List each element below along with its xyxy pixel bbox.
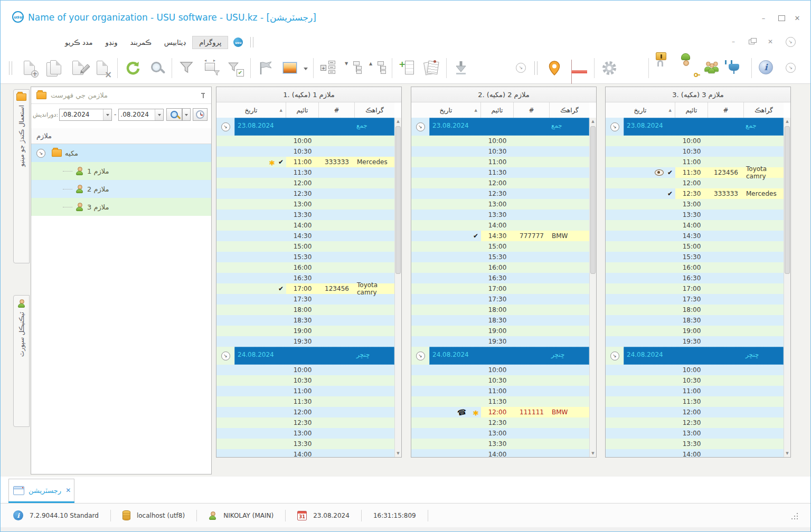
time-slot-row[interactable]: 12:30 [216,417,394,428]
time-slot-row[interactable]: 19:30 [216,336,394,347]
time-slot-row[interactable]: 10:30 [606,375,784,386]
time-slot-row[interactable]: 12:30 [606,417,784,428]
appointment-row[interactable]: ☎*12:00111111BMW [411,407,589,417]
time-slot-row[interactable]: 10:00 [606,365,784,375]
menu-item-window[interactable]: ونڊو [99,36,124,49]
date-band[interactable]: ↘23.08.2024جمع [216,118,394,136]
date-band[interactable]: ↘24.08.2024ڇنڇر [606,347,784,365]
appointment-row[interactable]: ✔11:30123456Toyota camry [606,167,784,178]
time-slot-row[interactable]: 17:30 [606,294,784,305]
window-close-button[interactable]: ✕ [791,13,803,23]
column-header-client[interactable]: گراهڪ [744,102,784,118]
panel-scrollbar[interactable]: ▲▼ [784,118,790,457]
time-slot-row[interactable]: 13:00 [216,199,394,210]
colors-button[interactable] [621,55,646,81]
time-slot-row[interactable]: 18:00 [216,305,394,315]
collapse-arrow-icon[interactable]: ↘ [416,122,425,131]
menu-item-help[interactable]: مدد ڪريو [59,36,99,49]
time-slot-row[interactable]: 13:30 [411,210,589,220]
time-slot-row[interactable]: 11:30 [411,396,589,407]
time-slot-row[interactable]: 11:30 [606,396,784,407]
time-slot-row[interactable]: 19:00 [606,326,784,336]
column-header-date[interactable]: تاریخ▲ [216,102,286,118]
time-slot-row[interactable]: 11:00 [411,157,589,167]
calendar-button[interactable] [567,55,591,81]
column-header-client[interactable]: گراهڪ [355,102,394,118]
time-slot-row[interactable]: 14:00 [411,449,589,457]
time-slot-row[interactable]: 11:30 [216,167,394,178]
column-header-number[interactable]: # [708,102,744,118]
menu-grip[interactable] [250,37,253,48]
time-slot-row[interactable]: 13:00 [411,199,589,210]
refresh-button[interactable] [120,55,145,81]
flag-button[interactable] [253,55,278,81]
time-slot-row[interactable]: 14:30 [216,231,394,241]
time-slot-row[interactable]: 13:00 [411,428,589,439]
menu-item-database[interactable]: ڊيٽابيس [158,36,192,49]
chevron-button[interactable]: ↘ [509,55,533,81]
side-tab-user-menu[interactable]: استعمال ڪندڙ جو مينيو [13,89,30,263]
collapse-arrow-icon[interactable]: ↘ [36,149,45,158]
toolbar-grip[interactable] [534,61,537,75]
time-slot-row[interactable]: 13:30 [606,210,784,220]
tab-registration[interactable]: رجسٽريشن ✕ [8,479,74,501]
time-slot-row[interactable]: 11:00 [216,386,394,396]
panel-scrollbar[interactable]: ▲▼ [394,118,401,457]
chevron-down-icon[interactable] [155,109,163,120]
time-slot-row[interactable]: 11:00 [606,386,784,396]
time-slot-row[interactable]: 16:00 [411,262,589,273]
tree-employee-row[interactable]: ملازم 3 [31,198,211,216]
schedule-button[interactable] [193,108,208,121]
time-slot-row[interactable]: 12:00 [216,178,394,188]
time-slot-row[interactable]: 13:00 [606,199,784,210]
plug-button[interactable] [724,55,749,81]
time-slot-row[interactable]: 10:30 [606,146,784,157]
time-slot-row[interactable]: 13:00 [606,428,784,439]
time-slot-row[interactable]: 18:00 [606,305,784,315]
column-header-time[interactable]: تائيم [481,102,514,118]
tab-close-icon[interactable]: ✕ [65,487,71,494]
scrollbar-thumb[interactable] [395,126,401,274]
scroll-down-icon[interactable]: ▼ [590,450,596,457]
window-maximize-button[interactable] [776,13,787,23]
gear-button[interactable] [597,55,621,81]
panel-scrollbar[interactable]: ▲▼ [589,118,596,457]
time-slot-row[interactable]: 17:30 [411,294,589,305]
doc-delete-button[interactable]: × [90,55,115,81]
column-header-client[interactable]: گراهڪ [550,102,589,118]
tree-expand-button[interactable]: ▼ [341,55,365,81]
time-slot-row[interactable]: 13:30 [216,210,394,220]
row-add-button[interactable]: + [395,55,419,81]
time-slot-row[interactable]: 18:30 [411,315,589,326]
time-slot-row[interactable]: 16:00 [606,262,784,273]
time-slot-row[interactable]: 14:30 [606,231,784,241]
mdi-close-button[interactable]: ✕ [764,36,777,47]
time-slot-row[interactable]: 12:00 [411,178,589,188]
collapse-arrow-icon[interactable]: ↘ [610,352,619,360]
image-caret-button[interactable] [302,55,310,81]
chevron-down-icon[interactable] [103,109,111,120]
column-header-date[interactable]: تاریخ▲ [606,102,675,118]
collapse-arrow-icon[interactable]: ↘ [610,122,619,131]
date-to-field[interactable]: .08.2024 [118,109,164,121]
info-icon[interactable]: i [13,510,23,520]
search-options-button[interactable] [182,108,191,121]
time-slot-row[interactable]: 15:00 [216,241,394,252]
lock-button[interactable] [652,55,676,81]
image-button[interactable] [278,55,302,81]
filter-check-button[interactable]: ✔ [223,55,248,81]
time-slot-row[interactable]: 16:30 [606,273,784,283]
collapse-arrow-icon[interactable]: ↘ [221,122,230,131]
collapse-arrow-icon[interactable]: ↘ [416,352,425,360]
time-slot-row[interactable]: 10:30 [216,375,394,386]
time-slot-row[interactable]: 13:30 [606,439,784,449]
time-slot-row[interactable]: 19:00 [216,326,394,336]
time-slot-row[interactable]: 18:00 [411,305,589,315]
filter-button[interactable] [175,55,199,81]
time-slot-row[interactable]: 10:00 [216,136,394,146]
report-button[interactable] [419,55,444,81]
resize-grip[interactable] [790,512,798,519]
users-button[interactable] [700,55,724,81]
time-slot-row[interactable]: 13:30 [216,439,394,449]
doc-new-button[interactable]: + [17,55,42,81]
